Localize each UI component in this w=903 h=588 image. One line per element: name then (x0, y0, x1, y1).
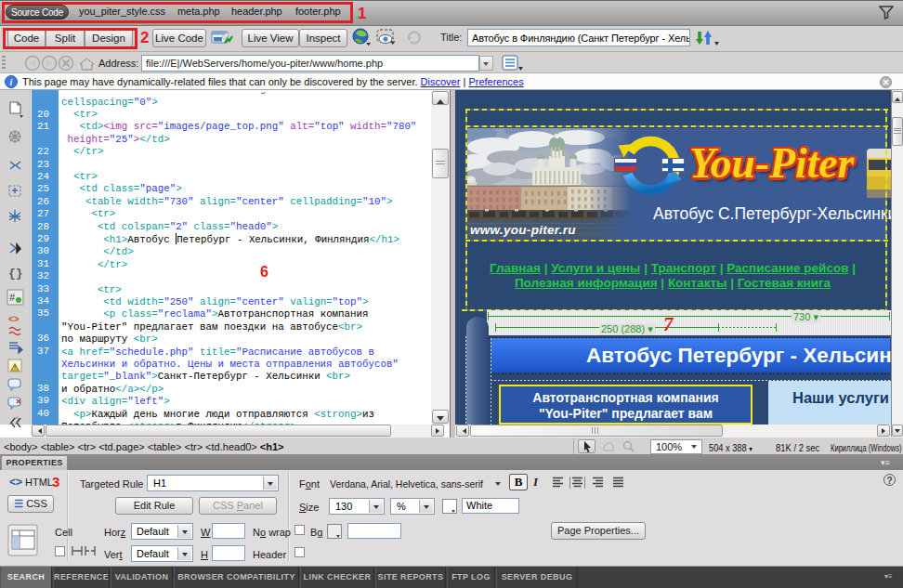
svg-text:#: # (9, 292, 16, 303)
svg-text:{}: {} (8, 267, 23, 281)
svg-text:i: i (10, 77, 13, 87)
svg-text:<>: <> (8, 314, 20, 324)
svg-text:!: ! (14, 364, 16, 371)
